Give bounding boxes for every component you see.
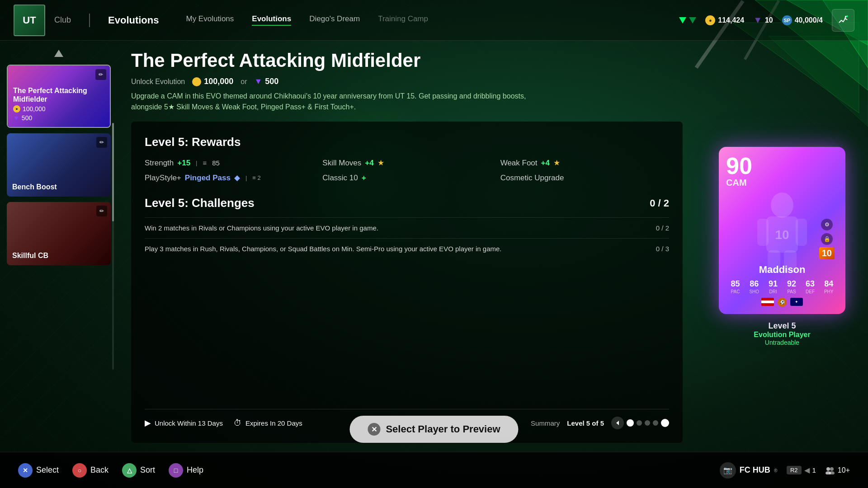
sp-icon: SP bbox=[782, 15, 792, 25]
reward-strength-sep: | bbox=[196, 160, 197, 166]
sort-label: Sort bbox=[140, 465, 155, 475]
select-x-icon: ✕ bbox=[368, 423, 380, 436]
subnav-my-evolutions[interactable]: My Evolutions bbox=[186, 14, 234, 26]
level-dots bbox=[611, 417, 669, 429]
player-badges: ⚽ ✦ bbox=[726, 298, 838, 307]
evolution-description: Upgrade a CAM in this EVO themed around … bbox=[131, 91, 538, 113]
subnav-diegos-dream[interactable]: Diego's Dream bbox=[309, 14, 360, 26]
flag-badge bbox=[761, 298, 774, 306]
card-edit-icon: ✏ bbox=[95, 69, 106, 80]
player-image-area: 10 10 ⚙ 🔒 bbox=[726, 192, 838, 264]
stat-pac-val: 85 bbox=[731, 279, 740, 289]
sidebar-card-scb[interactable]: ✏ Skillful CB bbox=[7, 202, 111, 265]
footer-left: ▶ Unlock Within 13 Days ⏱ Expires In 20 … bbox=[145, 418, 302, 428]
level-dot-5 bbox=[661, 419, 669, 427]
stats-button[interactable] bbox=[832, 9, 854, 32]
pam-cost-gold: 100,000 bbox=[23, 105, 46, 113]
level-prev-btn[interactable] bbox=[611, 417, 624, 429]
svg-text:10: 10 bbox=[775, 228, 789, 242]
reward-ps-diamond: ◆ bbox=[234, 173, 240, 183]
unlock-cost-points: ▼ 500 bbox=[254, 77, 278, 86]
stat-phy-val: 84 bbox=[824, 279, 833, 289]
back-label: Back bbox=[90, 465, 108, 475]
header: UT Club Evolutions My Evolutions Evoluti… bbox=[0, 0, 868, 41]
reward-weakfoot: Weak Foot +4 ★ bbox=[500, 158, 669, 168]
unlock-points-value: 500 bbox=[265, 77, 278, 86]
ut-logo[interactable]: UT bbox=[14, 5, 45, 36]
select-player-button[interactable]: ✕ Select Player to Preview bbox=[349, 416, 518, 443]
card-pam-title: The Perfect Attacking Midfielder bbox=[13, 86, 104, 103]
reward-skillmoves: Skill Moves +4 ★ bbox=[322, 158, 491, 168]
subnav-training-camp[interactable]: Training Camp bbox=[378, 14, 428, 26]
panel-spacer bbox=[145, 259, 669, 400]
unlock-icon: ▶ bbox=[145, 418, 151, 428]
stat-sho-label: SHO bbox=[749, 289, 759, 294]
bottom-bar: ✕ Select ○ Back △ Sort □ Help 📷 FC HUB ®… bbox=[0, 452, 868, 488]
reward-skill-label: Skill Moves bbox=[322, 159, 361, 168]
player-card: 90 CAM 10 1 bbox=[719, 147, 845, 314]
gold-currency: ● 114,424 bbox=[705, 15, 744, 25]
page-title: The Perfect Attacking Midfielder bbox=[131, 50, 683, 71]
svg-marker-8 bbox=[616, 421, 619, 425]
player-card-info: Level 5 Evolution Player Untradeable bbox=[754, 321, 810, 346]
nav-club[interactable]: Club bbox=[54, 15, 71, 25]
player-evo: Evolution Player bbox=[754, 331, 810, 339]
select-player-label: Select Player to Preview bbox=[386, 423, 500, 435]
reward-strength-bar-icon: ≡ bbox=[203, 159, 207, 167]
player-number-badge: 10 bbox=[819, 247, 835, 259]
footer-center: Summary Level 5 of 5 bbox=[531, 417, 669, 429]
reward-ps-extra: ≡ 2 bbox=[252, 174, 260, 181]
sidebar-card-pam[interactable]: ✏ The Perfect Attacking Midfielder ● 100… bbox=[7, 65, 111, 128]
expires-icon: ⏱ bbox=[234, 418, 242, 428]
gold-icon: ● bbox=[705, 15, 715, 25]
scroll-up-area bbox=[7, 50, 111, 57]
rank-arrow-1 bbox=[679, 17, 686, 23]
gold-value: 114,424 bbox=[718, 16, 744, 24]
control-select[interactable]: ✕ Select bbox=[18, 463, 59, 478]
arrow-badges bbox=[679, 17, 696, 23]
reward-ps-value: Pinged Pass bbox=[185, 174, 231, 183]
player-stats: 85 PAC 86 SHO 91 DRI 92 PAS 63 DEF bbox=[726, 279, 838, 294]
reward-skill-value: +4 bbox=[365, 159, 373, 168]
evolution-content: The Perfect Attacking Midfielder Unlock … bbox=[118, 41, 696, 452]
level-dot-3 bbox=[645, 420, 650, 426]
unlock-or: or bbox=[241, 78, 247, 86]
subnav-evolutions[interactable]: Evolutions bbox=[252, 14, 291, 26]
scroll-up-arrow[interactable] bbox=[54, 50, 63, 57]
challenge-1: Win 2 matches in Rivals or Champions usi… bbox=[145, 217, 669, 238]
control-back[interactable]: ○ Back bbox=[72, 463, 108, 478]
challenge-1-progress: 0 / 2 bbox=[656, 223, 669, 233]
nav-divider bbox=[89, 14, 90, 27]
sidebar-scroll-thumb bbox=[112, 123, 114, 221]
stat-sho-val: 86 bbox=[750, 279, 759, 289]
challenge-1-text: Win 2 matches in Rivals or Champions usi… bbox=[145, 223, 378, 233]
stat-phy-label: PHY bbox=[824, 289, 834, 294]
reward-ps-sep: | bbox=[245, 174, 247, 181]
player-level: Level 5 bbox=[754, 321, 810, 331]
card-bench-title: Bench Boost bbox=[12, 183, 105, 191]
nav-evolutions[interactable]: Evolutions bbox=[108, 14, 159, 26]
r2-badge: R2 ◀ 1 bbox=[787, 466, 816, 474]
reward-classic10: Classic 10 + bbox=[322, 173, 491, 183]
card-scb-bg: ✏ Skillful CB bbox=[7, 202, 111, 265]
level-label: Level 5 of 5 bbox=[567, 419, 604, 427]
reward-strength-label: Strength bbox=[145, 159, 174, 168]
fchub-camera-icon: 📷 bbox=[720, 462, 736, 479]
stat-def-val: 63 bbox=[806, 279, 815, 289]
stat-pas-val: 92 bbox=[787, 279, 796, 289]
level-dot-4 bbox=[653, 420, 658, 426]
sidebar-scrollbar[interactable] bbox=[112, 123, 114, 370]
card-scb-title: Skillful CB bbox=[12, 251, 105, 260]
users-badge: 10+ bbox=[825, 466, 850, 474]
card-pam-bg: ✏ The Perfect Attacking Midfielder ● 100… bbox=[8, 66, 110, 127]
club-badge: ✦ bbox=[790, 298, 803, 306]
challenges-progress: 0 / 2 bbox=[650, 197, 669, 209]
control-help[interactable]: □ Help bbox=[169, 463, 203, 478]
stat-dri-label: DRI bbox=[769, 289, 777, 294]
fchub-badge: 📷 FC HUB ® bbox=[720, 462, 778, 479]
reward-wf-value: +4 bbox=[541, 159, 550, 168]
control-sort[interactable]: △ Sort bbox=[122, 463, 155, 478]
svg-rect-13 bbox=[768, 250, 780, 273]
reward-cosmetic: Cosmetic Upgrade bbox=[500, 173, 669, 183]
sidebar-card-bench[interactable]: ✏ Bench Boost bbox=[7, 133, 111, 197]
